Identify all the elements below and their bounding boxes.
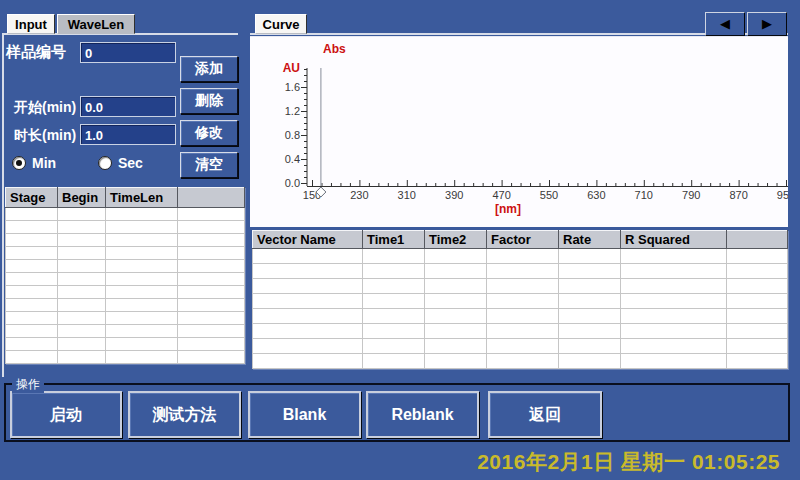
svg-text:230: 230 [350,189,368,201]
table-cell [178,260,245,273]
svg-text:0.8: 0.8 [285,129,300,141]
table-cell [487,339,559,354]
table-cell [106,325,178,338]
radio-min[interactable]: Min [12,155,56,171]
table-cell [727,339,788,354]
column-header: Time2 [425,231,487,249]
svg-text:0.0: 0.0 [285,177,300,189]
back-button[interactable]: 返回 [488,391,602,438]
table-row[interactable] [6,312,245,325]
table-row[interactable] [6,234,245,247]
table-row[interactable] [6,273,245,286]
modify-button[interactable]: 修改 [180,120,238,146]
table-cell [106,286,178,299]
table-cell [559,249,621,264]
svg-text:710: 710 [635,189,653,201]
table-cell [621,324,727,339]
svg-text:[nm]: [nm] [495,202,521,216]
table-cell [178,312,245,325]
table-cell [178,351,245,364]
table-cell [621,309,727,324]
test-method-button[interactable]: 测试方法 [128,391,241,438]
table-cell [559,279,621,294]
blank-button[interactable]: Blank [248,391,361,438]
radio-sec-label: Sec [118,155,143,171]
table-cell [363,309,425,324]
table-cell [621,249,727,264]
table-row[interactable] [6,299,245,312]
reblank-button[interactable]: Reblank [366,391,479,438]
left-panel-edge [2,34,4,377]
svg-text:630: 630 [587,189,605,201]
table-cell [621,339,727,354]
table-row[interactable] [6,338,245,351]
table-cell [6,234,58,247]
table-row[interactable] [253,309,788,324]
table-row[interactable] [253,264,788,279]
table-cell [425,324,487,339]
datetime-display: 2016年2月1日 星期一 01:05:25 [477,448,780,476]
table-row[interactable] [253,324,788,339]
table-row[interactable] [6,260,245,273]
radio-sec-circle[interactable] [98,156,112,170]
table-cell [253,249,363,264]
add-button[interactable]: 添加 [180,56,238,82]
table-cell [106,221,178,234]
table-row[interactable] [6,286,245,299]
begin-input[interactable] [80,96,176,117]
chart-svg: 0.00.40.81.21.61502303103904705506307107… [250,37,788,227]
stage-table[interactable]: StageBeginTimeLen [5,187,245,364]
table-row[interactable] [253,339,788,354]
sample-id-label: 样品编号 [6,43,66,62]
tab-wavelen[interactable]: WaveLen [57,14,135,34]
tab-curve[interactable]: Curve [255,14,307,34]
table-cell [58,247,106,260]
svg-text:1.6: 1.6 [285,81,300,93]
operation-group-label: 操作 [12,376,44,393]
table-row[interactable] [253,354,788,369]
table-row[interactable] [6,208,245,221]
table-row[interactable] [253,294,788,309]
sample-id-input[interactable] [80,42,176,63]
table-row[interactable] [6,221,245,234]
table-row[interactable] [6,351,245,364]
tab-input[interactable]: Input [7,14,55,34]
table-cell [6,325,58,338]
delete-button[interactable]: 删除 [180,88,238,114]
start-button[interactable]: 启动 [10,391,122,438]
next-arrow-button[interactable]: ▶ [747,12,787,36]
table-cell [58,208,106,221]
table-cell [6,351,58,364]
table-row[interactable] [6,325,245,338]
radio-sec[interactable]: Sec [98,155,143,171]
table-cell [363,354,425,369]
table-cell [253,279,363,294]
svg-text:Abs: Abs [323,42,346,56]
table-cell [363,264,425,279]
table-cell [58,286,106,299]
prev-arrow-button[interactable]: ◀ [705,12,745,36]
table-cell [253,264,363,279]
column-header: R Squared [621,231,727,249]
table-cell [621,264,727,279]
clear-button[interactable]: 清空 [180,152,238,178]
table-cell [559,294,621,309]
table-cell [106,208,178,221]
table-cell [487,264,559,279]
table-row[interactable] [253,249,788,264]
table-cell [621,294,727,309]
table-cell [487,279,559,294]
duration-input[interactable] [80,124,176,145]
table-cell [6,273,58,286]
table-row[interactable] [6,247,245,260]
table-cell [621,279,727,294]
table-cell [425,309,487,324]
vector-table[interactable]: Vector NameTime1Time2FactorRateR Squared [252,230,788,369]
table-row[interactable] [253,279,788,294]
table-cell [58,338,106,351]
radio-min-circle[interactable] [12,156,26,170]
radio-min-label: Min [32,155,56,171]
table-cell [253,354,363,369]
left-arrow-icon: ◀ [720,16,730,31]
table-cell [178,221,245,234]
